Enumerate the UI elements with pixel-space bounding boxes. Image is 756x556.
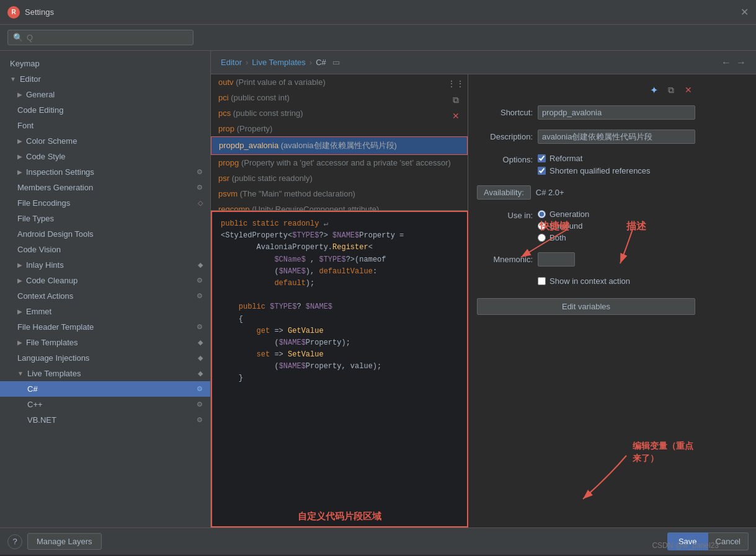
options-row: Options: Reformat Shorten qualified refe… — [477, 154, 695, 175]
list-item[interactable]: reqcomp (Unity RequireComponent attribut… — [211, 201, 468, 211]
sidebar-item-file-header-template[interactable]: File Header Template ⚙ — [0, 319, 210, 335]
usein-row: Use in: Generation Surround — [477, 210, 695, 242]
save-button[interactable]: Save — [667, 532, 708, 550]
title-bar: R Settings ✕ — [0, 0, 756, 25]
sidebar-item-android-design-tools[interactable]: Android Design Tools — [0, 226, 210, 242]
sidebar-item-label: Inlay Hints — [26, 260, 64, 270]
panel-add-button[interactable]: ✦ — [647, 83, 660, 97]
sidebar-item-font[interactable]: Font — [0, 118, 210, 133]
shorten-checkbox[interactable] — [538, 167, 546, 175]
sidebar-item-label: Font — [17, 121, 33, 130]
delete-template-button[interactable]: ✕ — [449, 109, 463, 123]
breadcrumb-left: Editor › Live Templates › C# ▭ — [221, 58, 340, 67]
sidebar-item-language-injections[interactable]: Language Injections ◆ — [0, 350, 210, 366]
copy-template-button[interactable]: ⧉ — [449, 93, 463, 107]
list-item[interactable]: pci (public const int) — [211, 90, 468, 105]
forward-button[interactable]: → — [736, 57, 746, 68]
content-area: Editor › Live Templates › C# ▭ ← → — [211, 51, 756, 527]
panel-toolbar: ✦ ⧉ ✕ — [477, 83, 695, 97]
app-icon: R — [7, 6, 20, 19]
help-button[interactable]: ? — [7, 534, 22, 549]
list-item-selected[interactable]: propdp_avalonia (avalonia创建依赖属性代码片段) — [211, 136, 468, 155]
sidebar-item-label: Live Templates — [27, 369, 81, 378]
reformat-checkbox[interactable] — [538, 154, 546, 162]
sidebar-item-editor[interactable]: ▼ Editor — [0, 71, 210, 87]
sidebar-item-inspection-settings[interactable]: ▶ Inspection Settings ⚙ — [0, 164, 210, 180]
sidebar-item-label: Inspection Settings — [26, 167, 94, 177]
manage-layers-button[interactable]: Manage Layers — [27, 533, 102, 550]
availability-row: Availability: C# 2.0+ — [477, 185, 695, 200]
title-bar-left: R Settings — [7, 6, 54, 19]
list-item[interactable]: pcs (public const string) — [211, 105, 468, 121]
sidebar-item-code-cleanup[interactable]: ▶ Code Cleanup ⚙ — [0, 273, 210, 288]
code-region-label: 自定义代码片段区域 — [298, 511, 381, 523]
sidebar-item-code-vision[interactable]: Code Vision — [0, 242, 210, 257]
list-item[interactable]: psvm (The "Main" method declaration) — [211, 186, 468, 201]
usein-label: Use in: — [477, 210, 533, 220]
list-item[interactable]: outv (Print value of a variable) — [211, 74, 468, 90]
settings-icon: ⚙ — [197, 168, 203, 176]
sidebar-item-file-encodings[interactable]: File Encodings ◇ — [0, 195, 210, 211]
template-list: outv (Print value of a variable) pci (pu… — [211, 74, 468, 211]
both-option: Both — [538, 233, 589, 242]
bottom-right: Save Cancel — [667, 532, 749, 550]
options-label: Options: — [477, 154, 533, 164]
sidebar-item-label: Editor — [20, 74, 41, 84]
back-button[interactable]: ← — [721, 57, 731, 68]
availability-value: C# 2.0+ — [536, 188, 564, 197]
sidebar-item-general[interactable]: ▶ General — [0, 87, 210, 102]
shortcut-row: Shortcut: — [477, 105, 695, 120]
panel-copy-button[interactable]: ⧉ — [664, 83, 678, 97]
sidebar-item-emmet[interactable]: ▶ Emmet — [0, 304, 210, 319]
show-context-checkbox[interactable] — [538, 277, 546, 285]
shorten-label: Shorten qualified references — [549, 166, 651, 175]
edit-variables-button[interactable]: Edit variables — [477, 298, 695, 315]
layer-icon: ⚙ — [197, 400, 203, 408]
sidebar-item-cpp[interactable]: C++ ⚙ — [0, 397, 210, 412]
sidebar-item-members-generation[interactable]: Members Generation ⚙ — [0, 180, 210, 195]
reformat-label: Reformat — [549, 154, 582, 163]
chevron-down-icon: ▼ — [10, 76, 16, 82]
sidebar-item-live-templates[interactable]: ▼ Live Templates ◆ — [0, 366, 210, 381]
search-input[interactable] — [27, 33, 188, 42]
panel-delete-button[interactable]: ✕ — [682, 83, 695, 97]
breadcrumb-editor: Editor — [221, 58, 242, 67]
add-template-button[interactable]: ⋮⋮ — [449, 77, 463, 90]
shortcut-input[interactable] — [538, 105, 695, 120]
reformat-option: Reformat — [538, 154, 651, 163]
sidebar-item-csharp[interactable]: C# ⚙ — [0, 381, 210, 397]
surround-radio[interactable] — [538, 222, 546, 230]
sidebar-item-context-actions[interactable]: Context Actions ⚙ — [0, 288, 210, 304]
both-label: Both — [549, 233, 566, 242]
sidebar-item-code-editing[interactable]: Code Editing — [0, 102, 210, 118]
availability-button[interactable]: Availability: — [477, 185, 531, 200]
sidebar-item-file-types[interactable]: File Types — [0, 211, 210, 226]
description-input[interactable] — [538, 130, 695, 144]
sidebar-item-file-templates[interactable]: ▶ File Templates ◆ — [0, 335, 210, 350]
both-radio[interactable] — [538, 234, 546, 242]
sidebar-item-label: Code Editing — [17, 105, 63, 115]
sidebar-item-code-style[interactable]: ▶ Code Style — [0, 149, 210, 164]
list-item[interactable]: psr (public static readonly) — [211, 170, 468, 186]
close-button[interactable]: ✕ — [740, 6, 749, 18]
sidebar-item-vbnet[interactable]: VB.NET ⚙ — [0, 412, 210, 428]
code-editor[interactable]: public static readonly ↵ <StyledProperty… — [211, 211, 468, 527]
sidebar-item-inlay-hints[interactable]: ▶ Inlay Hints ◆ — [0, 257, 210, 273]
sidebar-item-label: Members Generation — [17, 183, 93, 192]
mnemonic-input[interactable] — [538, 252, 575, 267]
layer-icon: ◆ — [198, 338, 203, 346]
chevron-down-icon: ▼ — [17, 370, 24, 377]
cancel-button[interactable]: Cancel — [708, 532, 749, 550]
layer-icon: ◆ — [198, 354, 203, 362]
sidebar-item-keymap[interactable]: Keymap — [0, 56, 210, 71]
sidebar-item-color-scheme[interactable]: ▶ Color Scheme — [0, 133, 210, 149]
app-window: R Settings ✕ 🔍 Keymap ▼ Editor — [0, 0, 756, 555]
window-title: Settings — [25, 7, 54, 17]
list-item[interactable]: prop (Property) — [211, 121, 468, 136]
sidebar-item-label: General — [26, 90, 55, 99]
sidebar-item-label: Code Cleanup — [26, 276, 78, 285]
generation-radio[interactable] — [538, 210, 546, 218]
list-item[interactable]: propg (Property with a 'get' accessor an… — [211, 155, 468, 170]
shortcut-label: Shortcut: — [477, 108, 533, 117]
shorten-option: Shorten qualified references — [538, 166, 651, 175]
